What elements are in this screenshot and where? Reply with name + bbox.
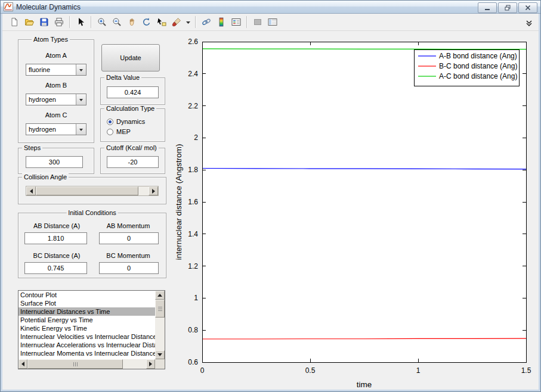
list-item[interactable]: Kinetic Energy vs Time	[18, 324, 155, 332]
brush-data-icon[interactable]	[169, 15, 184, 29]
print-icon[interactable]	[52, 15, 66, 29]
restore-icon	[504, 4, 511, 11]
scroll-down-arrow-icon[interactable]	[155, 350, 165, 359]
svg-text:2.2: 2.2	[188, 102, 198, 110]
horizontal-scrollbar-thumb[interactable]	[27, 359, 123, 369]
list-item[interactable]: Internuclear Momenta vs Internuclear Dis…	[18, 349, 155, 357]
list-item[interactable]: Potential Energy vs Time	[18, 316, 155, 324]
atom-types-panel: Atom Types Atom A fluorine Atom B hydrog…	[18, 39, 94, 143]
atom-a-dropdown[interactable]: fluorine	[26, 64, 86, 76]
matlab-figure-icon	[4, 2, 13, 11]
svg-text:1: 1	[416, 366, 421, 375]
open-folder-icon[interactable]	[22, 15, 36, 29]
zoom-out-icon[interactable]	[110, 15, 124, 29]
scrollbar-corner	[155, 359, 165, 369]
scroll-up-arrow-icon[interactable]	[155, 291, 165, 300]
toolbar-separator	[195, 16, 196, 28]
brush-dropdown-icon[interactable]	[184, 15, 192, 29]
svg-text:2: 2	[194, 133, 198, 142]
ab-momentum-label: AB Momentum	[95, 222, 162, 230]
horizontal-scrollbar[interactable]	[18, 359, 155, 369]
svg-text:0.6: 0.6	[188, 358, 198, 366]
mep-radio[interactable]: MEP	[107, 127, 131, 136]
minimize-button[interactable]	[478, 2, 497, 13]
figure-toolbar	[2, 14, 539, 31]
svg-text:1.2: 1.2	[188, 262, 198, 270]
steps-field[interactable]	[26, 156, 83, 168]
delta-value-title: Delta Value	[104, 74, 141, 82]
slider-right-arrow-icon[interactable]	[149, 186, 158, 195]
bc-momentum-field[interactable]	[99, 262, 159, 274]
slider-thumb[interactable]	[36, 186, 138, 195]
bc-distance-field[interactable]	[24, 262, 87, 274]
window-title: Molecular Dynamics	[16, 3, 81, 11]
show-plot-tools-icon[interactable]	[265, 15, 280, 29]
list-item[interactable]: Internuclear Accelerations vs Internucle…	[18, 341, 155, 349]
chevron-down-icon[interactable]	[76, 64, 86, 75]
hide-plot-tools-icon[interactable]	[251, 15, 265, 29]
delta-value-field[interactable]	[107, 86, 159, 98]
edit-plot-cursor-icon[interactable]	[73, 15, 88, 29]
insert-legend-icon[interactable]	[229, 15, 243, 29]
svg-text:1.8: 1.8	[188, 166, 198, 174]
steps-title: Steps	[22, 144, 42, 152]
radio-icon[interactable]	[107, 119, 113, 125]
pan-hand-icon[interactable]	[125, 15, 139, 29]
svg-text:A-B bond distance (Ang): A-B bond distance (Ang)	[439, 52, 517, 60]
calculation-type-title: Calculation Type	[104, 105, 156, 113]
atom-a-value: fluorine	[26, 64, 76, 75]
window-controls	[478, 2, 537, 13]
rotate-3d-icon[interactable]	[140, 15, 154, 29]
zoom-in-icon[interactable]	[95, 15, 109, 29]
scroll-right-arrow-icon[interactable]	[146, 359, 155, 369]
minimize-icon	[484, 4, 491, 11]
toolbar-overflow-icon[interactable]	[525, 19, 533, 26]
atom-b-dropdown[interactable]: hydrogen	[26, 94, 86, 105]
close-button[interactable]	[518, 2, 537, 13]
collision-angle-panel: Collision Angle	[18, 177, 166, 204]
scroll-left-arrow-icon[interactable]	[18, 359, 27, 369]
restore-button[interactable]	[498, 2, 517, 13]
close-icon	[524, 4, 531, 11]
dynamics-radio-label: Dynamics	[116, 118, 145, 125]
dynamics-radio[interactable]: Dynamics	[107, 117, 145, 126]
link-plot-icon[interactable]	[199, 15, 214, 29]
ab-momentum-field[interactable]	[99, 232, 159, 244]
svg-text:0: 0	[200, 366, 205, 375]
slider-left-arrow-icon[interactable]	[26, 186, 36, 195]
atom-c-dropdown[interactable]: hydrogen	[26, 123, 86, 135]
cutoff-panel: Cutoff (Kcal/ mol)	[100, 148, 165, 174]
svg-text:1.6: 1.6	[188, 198, 198, 206]
atom-c-label: Atom C	[18, 111, 94, 119]
toolbar-separator	[91, 16, 92, 28]
mep-radio-label: MEP	[116, 128, 131, 135]
cutoff-title: Cutoff (Kcal/ mol)	[104, 144, 159, 152]
atom-b-label: Atom B	[18, 82, 94, 89]
calculation-type-panel: Calculation Type Dynamics MEP	[100, 108, 165, 142]
svg-text:1.4: 1.4	[188, 230, 198, 238]
save-icon[interactable]	[37, 15, 51, 29]
list-item[interactable]: Contour Plot	[18, 291, 155, 299]
vertical-scrollbar-thumb[interactable]	[155, 300, 165, 318]
atom-types-panel-title: Atom Types	[32, 36, 70, 43]
chevron-down-icon[interactable]	[76, 124, 86, 135]
radio-icon[interactable]	[107, 129, 113, 135]
vertical-scrollbar[interactable]	[155, 291, 165, 359]
list-item[interactable]: Internuclear Velocities vs Internuclear …	[18, 332, 155, 341]
cutoff-field[interactable]	[107, 156, 159, 168]
list-item[interactable]: Surface Plot	[18, 299, 155, 307]
collision-angle-slider[interactable]	[26, 186, 159, 196]
svg-text:0.5: 0.5	[305, 366, 316, 375]
list-item[interactable]: Internuclear Distances vs Time	[18, 307, 155, 316]
bc-momentum-label: BC Momentum	[95, 252, 162, 260]
ab-distance-label: AB Distance (A)	[21, 222, 92, 230]
new-file-icon[interactable]	[7, 15, 21, 29]
chevron-down-icon[interactable]	[76, 94, 86, 105]
insert-colorbar-icon[interactable]	[214, 15, 228, 29]
ab-distance-field[interactable]	[24, 232, 87, 244]
data-cursor-icon[interactable]	[154, 15, 169, 29]
steps-panel: Steps	[18, 148, 94, 174]
update-button[interactable]: Update	[101, 44, 160, 71]
delta-value-panel: Delta Value	[100, 77, 165, 105]
atom-c-value: hydrogen	[26, 124, 76, 135]
